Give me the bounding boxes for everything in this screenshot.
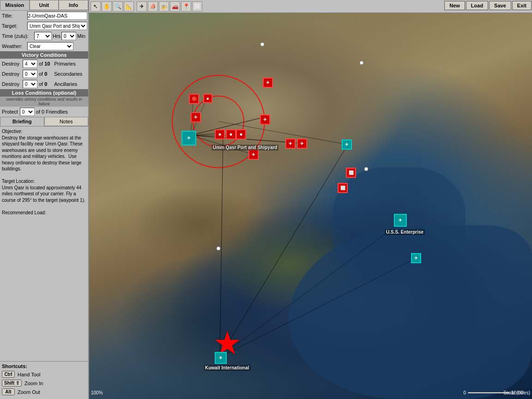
unit-icon-10: ✈ xyxy=(297,139,307,149)
enterprise-unit[interactable]: ✈ xyxy=(394,214,407,227)
enemy-unit-12[interactable]: ⬜ xyxy=(346,168,356,178)
unit-icon-4: ✈ xyxy=(191,112,201,122)
vc-count-2: 0 xyxy=(44,71,53,77)
helo-tool-btn[interactable]: 🚁 xyxy=(159,1,169,12)
shortcut-label-hand: Hand Tool xyxy=(18,372,40,377)
enemy-unit-5[interactable]: ■ xyxy=(215,129,225,139)
left-panel: Mission Unit Info Title: Target: Umm Qas… xyxy=(0,0,89,399)
vc-type-1: Primaries xyxy=(54,61,75,66)
vc-row-ancillaries: Destroy 0 of 0 Ancillaries xyxy=(0,79,88,89)
vc-row-secondaries: Destroy 0 of 0 Secondaries xyxy=(0,69,88,79)
vc-destroy-select-2[interactable]: 0 xyxy=(23,70,37,78)
briefing-content: Objective: Destroy the storage warehouse… xyxy=(2,128,86,216)
aircraft-tool-btn[interactable]: ✈ xyxy=(137,1,147,12)
enemy-unit-8[interactable]: ✈ xyxy=(260,115,270,125)
map-canvas[interactable]: ✈ 🔴 ■ ✈ ✈ ■ ■ xyxy=(89,13,532,399)
airport-icon: ✈ xyxy=(215,352,227,364)
shortcut-zoom-in: Shift ⇧ Zoom In xyxy=(2,380,86,387)
unit-icon-9: ✈ xyxy=(285,139,296,149)
unit-icon-6: ■ xyxy=(226,129,236,139)
time-row: Time (zulu): 7 Hrs 0 Min xyxy=(0,31,88,41)
save-button[interactable]: Save xyxy=(489,1,511,10)
unknown-tool-btn[interactable]: ⬜ xyxy=(192,1,202,12)
unit-icon-2: 🔴 xyxy=(189,94,199,104)
airport-unit[interactable]: ✈ xyxy=(215,352,227,364)
shortcut-label-zoom-out: Zoom Out xyxy=(18,389,40,395)
vc-destroy-label-3: Destroy xyxy=(2,81,23,87)
target-area-label: Umm Qasr Port and Shipyard xyxy=(212,145,278,151)
marker-tool-btn[interactable]: 📍 xyxy=(181,1,191,12)
unit-icon-3: ■ xyxy=(203,94,212,103)
loss-conditions-header: Loss Conditions (optional) xyxy=(0,89,88,97)
weather-select[interactable]: Clear Overcast Stormy xyxy=(27,42,73,50)
time-label: Time (zulu): xyxy=(2,33,34,39)
exit-button[interactable]: Exit xyxy=(512,1,532,10)
time-min-select[interactable]: 0 xyxy=(61,32,76,40)
unit-icon-13: ⬜ xyxy=(338,183,348,193)
unit-icon-5: ■ xyxy=(215,129,225,139)
shortcut-key-shift: Shift ⇧ xyxy=(2,380,22,387)
tab-info[interactable]: Info xyxy=(59,0,88,10)
ship-tool-btn[interactable]: ⛵ xyxy=(148,1,158,12)
zoom-tool-btn[interactable]: 🔍 xyxy=(113,1,123,12)
top-tabs: Mission Unit Info xyxy=(0,0,88,11)
airport-label: Kuwait International xyxy=(204,365,251,371)
shortcut-label-zoom-in: Zoom In xyxy=(24,381,43,386)
protect-of: of xyxy=(36,109,40,115)
friendly-unit-2[interactable]: ✈ xyxy=(342,139,352,150)
target-select[interactable]: Umm Qasr Port and Ship xyxy=(27,22,87,30)
shortcut-key-ctrl: Ctrl xyxy=(2,371,15,378)
target-label: Target: xyxy=(2,23,27,29)
enemy-unit-3[interactable]: ■ xyxy=(203,94,212,103)
victory-conditions-header: Victory Conditions xyxy=(0,51,88,59)
enemy-unit-1[interactable]: ✈ xyxy=(263,78,273,88)
sub-tab-briefing[interactable]: Briefing xyxy=(0,117,44,126)
protect-select[interactable]: 0 xyxy=(20,108,35,116)
vc-destroy-select-1[interactable]: 4 xyxy=(23,60,37,68)
enemy-unit-9[interactable]: ✈ xyxy=(285,139,296,149)
vc-count-1: 10 xyxy=(44,61,53,66)
enemy-unit-13[interactable]: ⬜ xyxy=(338,183,348,193)
friendly-unit-3[interactable]: ✈ xyxy=(411,253,421,263)
friendly-unit-1[interactable]: ✈ xyxy=(181,131,196,145)
vc-destroy-label-2: Destroy xyxy=(2,71,23,77)
enemy-unit-4[interactable]: ✈ xyxy=(191,112,201,122)
top-right-buttons: New Load Save Exit xyxy=(444,0,532,11)
tab-mission[interactable]: Mission xyxy=(0,0,30,10)
weather-row: Weather: Clear Overcast Stormy xyxy=(0,41,88,51)
unit-icon-base: ✈ xyxy=(181,131,196,145)
scale-start: 0 xyxy=(463,390,466,395)
hand-tool-btn[interactable]: ✋ xyxy=(102,1,112,12)
enemy-unit-2[interactable]: 🔴 xyxy=(189,94,199,104)
title-input[interactable] xyxy=(27,12,87,20)
vehicle-tool-btn[interactable]: 🚗 xyxy=(170,1,180,12)
vc-destroy-select-3[interactable]: 0 xyxy=(23,80,37,88)
shortcuts-section: Shortcuts: Ctrl Hand Tool Shift ⇧ Zoom I… xyxy=(0,361,88,399)
new-button[interactable]: New xyxy=(444,1,465,10)
sub-tab-notes[interactable]: Notes xyxy=(44,117,89,126)
cursor-tool-btn[interactable]: ↖ xyxy=(91,1,101,12)
weather-label: Weather: xyxy=(2,43,27,49)
min-label: Min xyxy=(77,33,85,39)
unit-icon-8: ✈ xyxy=(260,115,270,125)
target-row: Target: Umm Qasr Port and Ship xyxy=(0,21,88,31)
protect-type: Friendlies xyxy=(46,109,68,115)
tab-unit[interactable]: Unit xyxy=(30,0,59,10)
enemy-unit-10[interactable]: ✈ xyxy=(297,139,307,149)
vc-count-3: 0 xyxy=(44,81,53,87)
load-button[interactable]: Load xyxy=(466,1,488,10)
enemy-unit-11[interactable]: ✈ xyxy=(248,150,259,160)
vc-of-1: of xyxy=(39,61,43,66)
shortcuts-title: Shortcuts: xyxy=(2,363,86,369)
enemy-unit-7[interactable]: ■ xyxy=(236,129,246,139)
unit-icon-12: ⬜ xyxy=(346,168,356,178)
shortcut-hand-tool: Ctrl Hand Tool xyxy=(2,371,86,378)
time-hrs-select[interactable]: 7 xyxy=(34,32,52,40)
protect-count: 0 xyxy=(42,109,44,115)
enemy-unit-6[interactable]: ■ xyxy=(226,129,236,139)
measure-tool-btn[interactable]: 📐 xyxy=(124,1,134,12)
protect-row: Protect 0 of 0 Friendlies xyxy=(0,107,88,117)
map-area[interactable]: New Load Save Exit ↖ ✋ 🔍 📐 ✈ ⛵ 🚁 🚗 xyxy=(89,0,532,399)
unit-icon-7: ■ xyxy=(236,129,246,139)
protect-label: Protect xyxy=(2,109,18,115)
